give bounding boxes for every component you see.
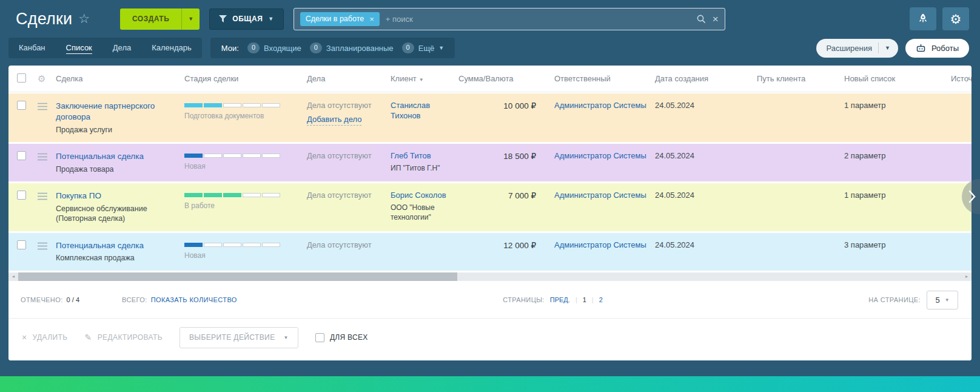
row-menu-button[interactable] bbox=[38, 240, 56, 253]
deal-title-link[interactable]: Потенциальная сделка bbox=[56, 152, 144, 161]
responsible-link[interactable]: Администратор Системы bbox=[554, 101, 646, 110]
client-link[interactable]: Станислав Тихонов bbox=[391, 101, 430, 120]
counter-Запланированные[interactable]: 0Запланированные bbox=[310, 42, 394, 53]
search-input[interactable] bbox=[386, 15, 690, 24]
favorite-star-icon[interactable]: ☆ bbox=[78, 12, 90, 26]
responsible-link[interactable]: Администратор Системы bbox=[554, 240, 646, 249]
market-button[interactable] bbox=[910, 7, 936, 30]
scroll-left-arrow[interactable]: ◂ bbox=[8, 272, 18, 281]
stage-progress-bar[interactable] bbox=[184, 154, 301, 158]
create-button[interactable]: СОЗДАТЬ ▼ bbox=[120, 8, 200, 30]
column-header-client[interactable]: Клиент▼ bbox=[391, 74, 458, 83]
current-page[interactable]: 1 bbox=[583, 296, 586, 303]
for-all-checkbox[interactable] bbox=[315, 333, 324, 342]
hamburger-icon bbox=[38, 153, 47, 161]
table-header: ⚙ Сделка Стадия сделки Дела Клиент▼ Сумм… bbox=[8, 66, 972, 92]
view-tabs: КанбанСписокДелаКалендарь bbox=[8, 38, 202, 58]
counter-badge: 0 bbox=[247, 42, 260, 53]
grid-settings-gear-icon[interactable]: ⚙ bbox=[38, 73, 45, 84]
table-row[interactable]: Заключение партнерского договора Продажа… bbox=[8, 93, 972, 142]
search-bar[interactable]: Сделки в работе × × bbox=[294, 8, 725, 30]
client-link[interactable]: Глеб Титов bbox=[391, 151, 431, 160]
top-right-buttons: ⚙ bbox=[910, 7, 969, 30]
table-row[interactable]: Потенциальная сделка Продажа товара Нова… bbox=[8, 144, 972, 181]
counter-Входящие[interactable]: 0Входящие bbox=[247, 42, 301, 53]
per-page-select[interactable]: 5 ▼ bbox=[927, 291, 958, 309]
table-row[interactable]: Потенциальная сделка Комплексная продажа… bbox=[8, 233, 972, 271]
column-header-created[interactable]: Дата создания bbox=[655, 74, 757, 83]
settings-button[interactable]: ⚙ bbox=[942, 7, 969, 30]
table-row[interactable]: Покупка ПО Сервисное обслуживание (Повто… bbox=[8, 183, 972, 231]
column-header-new-list[interactable]: Новый список bbox=[844, 74, 951, 83]
client-company: ИП "Титов Г.Н" bbox=[391, 164, 452, 174]
robots-button[interactable]: Роботы bbox=[905, 39, 969, 58]
marked-value: 0 / 4 bbox=[67, 296, 79, 303]
create-button-label[interactable]: СОЗДАТЬ bbox=[120, 8, 181, 30]
client-link[interactable]: Борис Соколов bbox=[391, 191, 446, 200]
counter-label: Ещё bbox=[418, 44, 435, 53]
pencil-icon: ✎ bbox=[85, 333, 92, 342]
chevron-down-icon[interactable]: ▼ bbox=[885, 45, 898, 51]
row-menu-button[interactable] bbox=[38, 191, 56, 203]
column-header-stage[interactable]: Стадия сделки bbox=[184, 74, 307, 83]
deal-subtitle: Сервисное обслуживание (Повторная сделка… bbox=[56, 204, 178, 224]
counters-group: Мои: 0Входящие0Запланированные0Ещё▼ bbox=[210, 38, 455, 58]
search-filter-tag[interactable]: Сделки в работе × bbox=[300, 12, 380, 26]
deal-title-link[interactable]: Покупка ПО bbox=[56, 191, 101, 200]
responsible-link[interactable]: Администратор Системы bbox=[554, 191, 646, 200]
add-activity-link[interactable]: Добавить дело bbox=[307, 115, 361, 126]
row-checkbox[interactable] bbox=[17, 101, 26, 110]
stage-progress-bar[interactable] bbox=[184, 243, 301, 247]
scroll-right-arrow[interactable]: ▸ bbox=[962, 272, 972, 281]
deal-subtitle: Комплексная продажа bbox=[56, 253, 178, 263]
deal-title-link[interactable]: Заключение партнерского договора bbox=[56, 101, 155, 121]
tab-Дела[interactable]: Дела bbox=[102, 38, 141, 58]
for-all-checkbox-wrap[interactable]: ДЛЯ ВСЕХ bbox=[315, 333, 368, 342]
scrollbar-thumb[interactable] bbox=[18, 272, 457, 281]
per-page-value: 5 bbox=[935, 296, 939, 305]
column-header-source[interactable]: Источник bbox=[951, 74, 972, 83]
table-body: Заключение партнерского договора Продажа… bbox=[8, 92, 972, 271]
extensions-button[interactable]: Расширения ▼ bbox=[816, 39, 898, 58]
tab-Календарь[interactable]: Календарь bbox=[141, 38, 202, 58]
row-checkbox[interactable] bbox=[17, 191, 26, 200]
responsible-link[interactable]: Администратор Системы bbox=[554, 151, 646, 160]
stage-label: Новая bbox=[184, 251, 301, 261]
tab-Канбан[interactable]: Канбан bbox=[8, 38, 56, 58]
create-dropdown-caret-icon[interactable]: ▼ bbox=[181, 8, 200, 30]
column-header-deal[interactable]: Сделка bbox=[56, 74, 184, 83]
column-header-activities[interactable]: Дела bbox=[307, 74, 391, 83]
choose-action-dropdown[interactable]: ВЫБЕРИТЕ ДЕЙСТВИЕ ▼ bbox=[180, 327, 298, 348]
row-menu-button[interactable] bbox=[38, 101, 56, 113]
search-icon[interactable] bbox=[696, 14, 706, 24]
created-date: 24.05.2024 bbox=[655, 191, 757, 201]
counter-Ещё[interactable]: 0Ещё▼ bbox=[402, 42, 445, 53]
chevron-down-icon: ▼ bbox=[945, 297, 950, 303]
column-header-responsible[interactable]: Ответственный bbox=[554, 74, 655, 83]
no-activities-label: Дела отсутствуют bbox=[307, 101, 384, 111]
rocket-icon bbox=[917, 13, 929, 25]
counter-label: Входящие bbox=[264, 44, 301, 53]
deal-title-link[interactable]: Потенциальная сделка bbox=[56, 241, 144, 250]
stage-progress-bar[interactable] bbox=[184, 103, 301, 107]
remove-tag-icon[interactable]: × bbox=[369, 15, 374, 24]
clear-search-icon[interactable]: × bbox=[713, 14, 719, 24]
column-header-sum[interactable]: Сумма/Валюта bbox=[458, 74, 554, 83]
row-checkbox[interactable] bbox=[17, 151, 26, 160]
column-header-client-path[interactable]: Путь клиента bbox=[757, 74, 844, 83]
robot-icon bbox=[916, 43, 926, 53]
edit-button[interactable]: ✎ РЕДАКТИРОВАТЬ bbox=[85, 333, 163, 342]
horizontal-scrollbar[interactable]: ◂ ▸ bbox=[8, 272, 972, 281]
tab-Список[interactable]: Список bbox=[56, 38, 102, 58]
filter-preset-button[interactable]: ОБЩАЯ ▼ bbox=[209, 8, 283, 30]
delete-x-icon: × bbox=[22, 333, 27, 342]
show-count-link[interactable]: ПОКАЗАТЬ КОЛИЧЕСТВО bbox=[151, 296, 237, 303]
row-checkbox[interactable] bbox=[17, 240, 26, 249]
hamburger-icon bbox=[38, 103, 47, 110]
page-2-link[interactable]: 2 bbox=[599, 296, 603, 303]
delete-button[interactable]: × УДАЛИТЬ bbox=[22, 333, 68, 342]
prev-page-link[interactable]: ПРЕД. bbox=[550, 296, 570, 303]
stage-progress-bar[interactable] bbox=[184, 193, 301, 197]
row-menu-button[interactable] bbox=[38, 151, 56, 164]
select-all-checkbox[interactable] bbox=[17, 73, 26, 83]
